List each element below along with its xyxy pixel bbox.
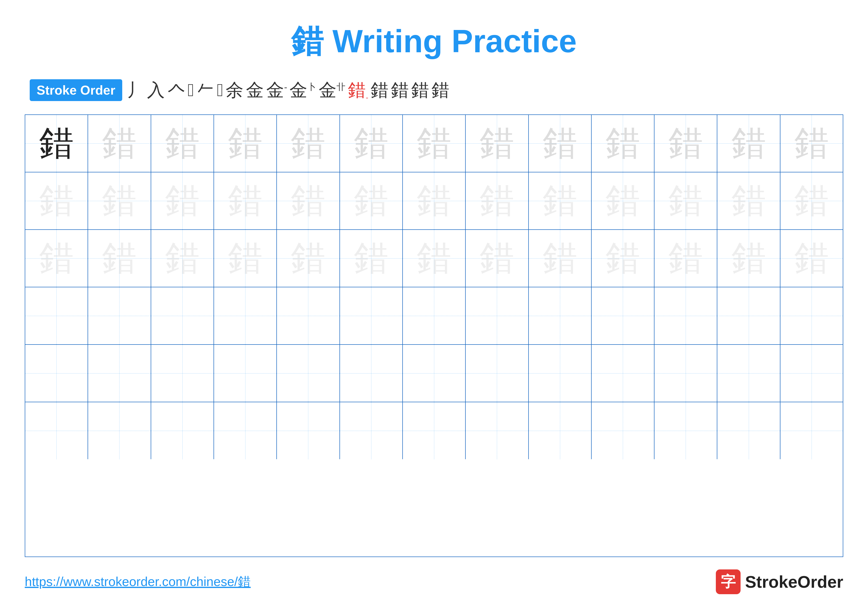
grid-cell[interactable]: 錯 <box>466 173 529 229</box>
character-lighter: 錯 <box>417 235 451 282</box>
character-lighter: 錯 <box>542 177 577 224</box>
grid-cell[interactable]: 錯 <box>529 230 592 287</box>
grid-cell-empty[interactable] <box>717 287 780 344</box>
grid-cell-empty[interactable] <box>340 287 403 344</box>
grid-cell-empty[interactable] <box>151 345 214 402</box>
footer-url[interactable]: https://www.strokeorder.com/chinese/錯 <box>25 573 251 591</box>
grid-cell[interactable]: 錯 <box>403 173 466 229</box>
grid-cell[interactable]: 錯 <box>151 230 214 287</box>
grid-cell[interactable]: 錯 <box>151 115 214 172</box>
grid-cell-empty[interactable] <box>88 287 151 344</box>
character-lighter: 錯 <box>479 235 514 282</box>
grid-cell-empty[interactable] <box>780 345 843 402</box>
character-lighter: 錯 <box>39 177 74 224</box>
grid-cell[interactable]: 錯 <box>214 230 277 287</box>
grid-cell-empty[interactable] <box>529 287 592 344</box>
grid-cell-empty[interactable] <box>151 287 214 344</box>
grid-cell[interactable]: 錯 <box>529 173 592 229</box>
grid-cell[interactable]: 錯 <box>277 115 340 172</box>
character-lighter: 錯 <box>354 235 389 282</box>
grid-cell-empty[interactable] <box>340 345 403 402</box>
grid-cell-empty[interactable] <box>214 345 277 402</box>
character-light: 錯 <box>542 120 577 167</box>
character-lighter: 錯 <box>732 177 766 224</box>
grid-cell-empty[interactable] <box>466 287 529 344</box>
grid-row: 錯 錯 錯 錯 錯 錯 錯 錯 錯 錯 錯 錯 錯 <box>25 230 843 287</box>
grid-cell[interactable]: 錯 <box>717 115 780 172</box>
grid-cell[interactable]: 錯 <box>151 173 214 229</box>
grid-cell[interactable]: 錯 <box>403 115 466 172</box>
grid-cell[interactable]: 錯 <box>25 230 88 287</box>
grid-cell-empty[interactable] <box>780 287 843 344</box>
character-lighter: 錯 <box>732 235 766 282</box>
grid-cell[interactable]: 錯 <box>592 115 654 172</box>
grid-cell-empty[interactable] <box>592 345 654 402</box>
grid-cell[interactable]: 錯 <box>654 230 717 287</box>
grid-cell-empty[interactable] <box>151 402 214 459</box>
grid-cell-empty[interactable] <box>340 402 403 459</box>
grid-cell-empty[interactable] <box>277 345 340 402</box>
grid-cell-empty[interactable] <box>780 402 843 459</box>
grid-cell-empty[interactable] <box>25 402 88 459</box>
grid-cell-empty[interactable] <box>654 287 717 344</box>
character-lighter: 錯 <box>228 235 262 282</box>
grid-cell[interactable]: 錯 <box>654 173 717 229</box>
grid-cell-empty[interactable] <box>403 345 466 402</box>
grid-cell[interactable]: 錯 <box>592 173 654 229</box>
stroke-order-badge: Stroke Order <box>30 79 122 101</box>
grid-cell-empty[interactable] <box>214 402 277 459</box>
character-light: 錯 <box>479 120 514 167</box>
grid-cell[interactable]: 錯 <box>466 230 529 287</box>
grid-cell[interactable]: 錯 <box>214 173 277 229</box>
character-lighter: 錯 <box>794 177 829 224</box>
grid-cell[interactable]: 錯 <box>780 173 843 229</box>
character-lighter: 錯 <box>668 235 703 282</box>
grid-cell-empty[interactable] <box>214 287 277 344</box>
grid-cell-empty[interactable] <box>277 287 340 344</box>
grid-cell-empty[interactable] <box>592 287 654 344</box>
character-lighter: 錯 <box>102 177 136 224</box>
grid-cell[interactable]: 錯 <box>592 230 654 287</box>
grid-cell[interactable]: 錯 <box>780 230 843 287</box>
grid-cell-empty[interactable] <box>529 402 592 459</box>
practice-grid: 錯 錯 錯 錯 錯 錯 錯 錯 錯 錯 錯 錯 錯 錯 錯 錯 錯 錯 錯 錯 … <box>25 114 843 557</box>
grid-cell[interactable]: 錯 <box>403 230 466 287</box>
grid-cell-empty[interactable] <box>592 402 654 459</box>
grid-cell[interactable]: 錯 <box>88 173 151 229</box>
grid-cell[interactable]: 錯 <box>780 115 843 172</box>
grid-cell-empty[interactable] <box>654 402 717 459</box>
grid-cell-empty[interactable] <box>277 402 340 459</box>
grid-row: 錯 錯 錯 錯 錯 錯 錯 錯 錯 錯 錯 錯 錯 <box>25 115 843 173</box>
grid-cell[interactable]: 錯 <box>88 230 151 287</box>
grid-cell[interactable]: 錯 <box>717 230 780 287</box>
grid-cell-empty[interactable] <box>25 345 88 402</box>
grid-cell[interactable]: 錯 <box>277 173 340 229</box>
grid-cell[interactable]: 錯 <box>340 173 403 229</box>
grid-cell[interactable]: 錯 <box>717 173 780 229</box>
grid-cell[interactable]: 錯 <box>214 115 277 172</box>
grid-cell[interactable]: 錯 <box>529 115 592 172</box>
grid-cell-empty[interactable] <box>88 402 151 459</box>
grid-cell-empty[interactable] <box>88 345 151 402</box>
grid-cell-empty[interactable] <box>529 345 592 402</box>
character-lighter: 錯 <box>102 235 136 282</box>
page-title: 錯 Writing Practice <box>291 20 577 64</box>
grid-row <box>25 345 843 402</box>
grid-cell[interactable]: 錯 <box>25 115 88 172</box>
grid-cell-empty[interactable] <box>717 345 780 402</box>
grid-cell[interactable]: 錯 <box>340 230 403 287</box>
grid-cell[interactable]: 錯 <box>88 115 151 172</box>
grid-cell-empty[interactable] <box>25 287 88 344</box>
character-light: 錯 <box>417 120 451 167</box>
grid-cell-empty[interactable] <box>403 402 466 459</box>
grid-cell[interactable]: 錯 <box>340 115 403 172</box>
grid-cell-empty[interactable] <box>654 345 717 402</box>
grid-cell-empty[interactable] <box>466 402 529 459</box>
grid-cell-empty[interactable] <box>717 402 780 459</box>
grid-cell[interactable]: 錯 <box>277 230 340 287</box>
grid-cell-empty[interactable] <box>466 345 529 402</box>
grid-cell[interactable]: 錯 <box>466 115 529 172</box>
grid-cell-empty[interactable] <box>403 287 466 344</box>
grid-cell[interactable]: 錯 <box>25 173 88 229</box>
grid-cell[interactable]: 錯 <box>654 115 717 172</box>
